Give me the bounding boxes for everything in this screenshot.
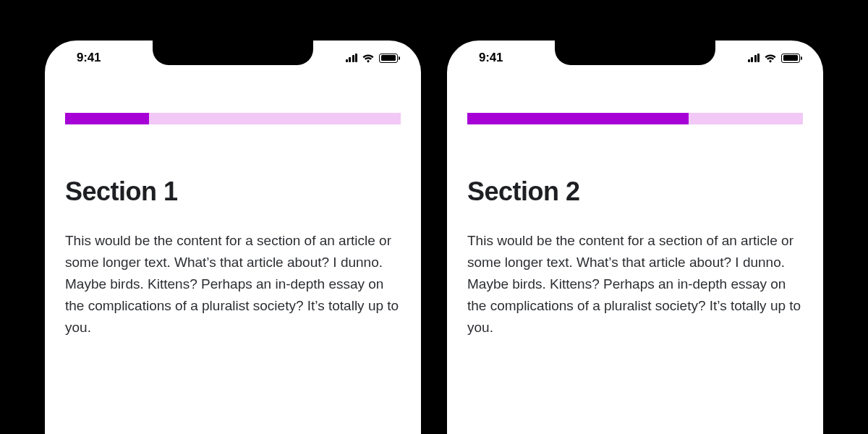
device-notch: [153, 41, 313, 65]
progress-bar: [65, 113, 401, 124]
progress-bar: [467, 113, 803, 124]
cellular-signal-icon: [346, 54, 358, 62]
screen-content[interactable]: Section 2 This would be the content for …: [447, 113, 823, 339]
section-title: Section 1: [65, 176, 401, 207]
section-body: This would be the content for a section …: [65, 230, 401, 339]
status-time: 9:41: [77, 51, 101, 65]
progress-fill: [467, 113, 689, 124]
screen-content[interactable]: Section 1 This would be the content for …: [45, 113, 421, 339]
battery-full-icon: [379, 54, 398, 63]
device-notch: [555, 41, 715, 65]
phone-mockup-2: 9:41 Section 2 This would be the content…: [447, 41, 823, 434]
status-icons: [748, 54, 801, 63]
wifi-icon: [362, 54, 375, 63]
progress-fill: [65, 113, 149, 124]
phone-mockup-1: 9:41 Section 1 This would be the content…: [45, 41, 421, 434]
cellular-signal-icon: [748, 54, 760, 62]
section-body: This would be the content for a section …: [467, 230, 803, 339]
status-time: 9:41: [479, 51, 503, 65]
section-title: Section 2: [467, 176, 803, 207]
wifi-icon: [764, 54, 777, 63]
battery-full-icon: [781, 54, 800, 63]
status-icons: [346, 54, 399, 63]
